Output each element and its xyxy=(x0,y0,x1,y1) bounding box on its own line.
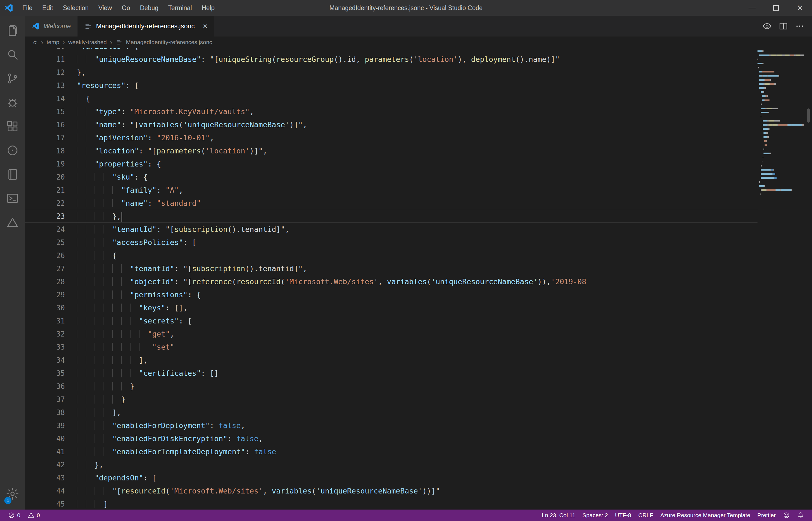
activity-item-source-control[interactable] xyxy=(0,67,25,90)
status-cursor-position[interactable]: Ln 23, Col 11 xyxy=(538,509,579,521)
activity-item-book[interactable] xyxy=(0,162,25,186)
code-line-34[interactable]: 34 ], xyxy=(25,354,758,367)
line-number: 35 xyxy=(25,367,77,380)
minimap[interactable] xyxy=(758,48,804,509)
scrollbar-thumb[interactable] xyxy=(807,109,810,122)
activity-bar: 1 xyxy=(0,16,25,509)
code-line-40[interactable]: 40 "enabledForDiskEncryption": false, xyxy=(25,432,758,445)
breadcrumb[interactable]: c:›temp›weekly-trashed›ManagedIdentity-r… xyxy=(25,37,812,48)
activity-item-extensions[interactable] xyxy=(0,114,25,138)
menu-debug[interactable]: Debug xyxy=(135,0,163,16)
tab-welcome[interactable]: Welcome xyxy=(25,16,78,37)
preview-icon[interactable] xyxy=(762,22,772,31)
code-line-15[interactable]: 15 "type": "Microsoft.KeyVault/vaults", xyxy=(25,105,758,118)
code-line-22[interactable]: 22 "name": "standard" xyxy=(25,197,758,210)
code-line-42[interactable]: 42 }, xyxy=(25,458,758,471)
code-line-17[interactable]: 17 "apiVersion": "2016-10-01", xyxy=(25,131,758,144)
code-line-29[interactable]: 29 "permissions": { xyxy=(25,288,758,301)
more-actions-icon[interactable] xyxy=(795,22,804,31)
status-indentation[interactable]: Spaces: 2 xyxy=(579,509,611,521)
breadcrumb-item[interactable]: ManagedIdentity-references.jsonc xyxy=(126,39,212,46)
status-formatter[interactable]: Prettier xyxy=(754,509,779,521)
code-line-38[interactable]: 38 ], xyxy=(25,406,758,419)
menu-go[interactable]: Go xyxy=(117,0,135,16)
code-line-20[interactable]: 20 "sku": { xyxy=(25,171,758,184)
status-feedback[interactable] xyxy=(779,509,793,521)
minimap-line xyxy=(758,184,804,188)
code-line-19[interactable]: 19 "properties": { xyxy=(25,158,758,171)
code-line-36[interactable]: 36 } xyxy=(25,380,758,393)
status-encoding[interactable]: UTF-8 xyxy=(611,509,635,521)
status-notifications[interactable] xyxy=(793,509,808,521)
code-line-27[interactable]: 27 "tenantId": "[subscription().tenantid… xyxy=(25,262,758,275)
menu-selection[interactable]: Selection xyxy=(58,0,94,16)
code-line-33[interactable]: 33 "set" xyxy=(25,341,758,354)
activity-item-explorer[interactable] xyxy=(0,19,25,43)
code-line-43[interactable]: 43 "dependsOn": [ xyxy=(25,471,758,484)
code-line-12[interactable]: 12}, xyxy=(25,66,758,79)
code-line-18[interactable]: 18 "location": "[parameters('location')]… xyxy=(25,144,758,158)
scrollbar[interactable] xyxy=(804,48,812,509)
close-window-button[interactable]: × xyxy=(788,0,812,16)
status-eol-sequence[interactable]: CRLF xyxy=(635,509,657,521)
line-content: "properties": { xyxy=(77,158,758,171)
line-number: 42 xyxy=(25,458,77,471)
status-label: Azure Resource Manager Template xyxy=(660,512,750,519)
menu-help[interactable]: Help xyxy=(197,0,219,16)
menu-file[interactable]: File xyxy=(18,0,37,16)
split-editor-icon[interactable] xyxy=(779,22,788,31)
tab-managedidentity-references-jsonc[interactable]: ManagedIdentity-references.jsonc× xyxy=(78,16,215,37)
code-line-37[interactable]: 37 } xyxy=(25,393,758,406)
minimize-button[interactable] xyxy=(740,0,764,16)
line-number: 19 xyxy=(25,158,77,171)
breadcrumb-item[interactable]: temp xyxy=(47,39,60,46)
menu-terminal[interactable]: Terminal xyxy=(163,0,197,16)
activity-item-terminal[interactable] xyxy=(0,186,25,210)
code-line-10[interactable]: 10"variables": { xyxy=(25,48,758,53)
code-line-21[interactable]: 21 "family": "A", xyxy=(25,184,758,197)
tabs-container: WelcomeManagedIdentity-references.jsonc× xyxy=(25,16,215,37)
activity-item-debug[interactable] xyxy=(0,90,25,114)
code-line-41[interactable]: 41 "enabledForTemplateDeployment": false xyxy=(25,445,758,458)
code-line-23[interactable]: 23 }, xyxy=(25,210,758,223)
close-tab-icon[interactable]: × xyxy=(203,22,208,31)
minimap-line xyxy=(758,73,804,78)
code-line-31[interactable]: 31 "secrets": [ xyxy=(25,314,758,327)
code-line-14[interactable]: 14 { xyxy=(25,92,758,105)
code-line-32[interactable]: 32 "get", xyxy=(25,327,758,341)
line-content: } xyxy=(77,393,758,406)
code-line-26[interactable]: 26 { xyxy=(25,249,758,262)
code-line-35[interactable]: 35 "certificates": [] xyxy=(25,367,758,380)
code-line-24[interactable]: 24 "tenantId": "[subscription().tenantid… xyxy=(25,223,758,236)
activity-item-circle[interactable] xyxy=(0,138,25,162)
line-number: 32 xyxy=(25,327,77,341)
activity-item-search[interactable] xyxy=(0,43,25,67)
code-line-44[interactable]: 44 "[resourceId('Microsoft.Web/sites', v… xyxy=(25,484,758,498)
code-editor[interactable]: 10"variables": {11 "uniqueResourceNameBa… xyxy=(25,48,758,509)
tab-bar: WelcomeManagedIdentity-references.jsonc× xyxy=(25,16,812,37)
status-language-mode[interactable]: Azure Resource Manager Template xyxy=(657,509,754,521)
code-line-25[interactable]: 25 "accessPolicies": [ xyxy=(25,236,758,249)
code-line-30[interactable]: 30 "keys": [], xyxy=(25,301,758,314)
status-problems-errors[interactable]: 0 xyxy=(4,509,24,521)
status-problems-warnings[interactable]: 0 xyxy=(24,509,44,521)
activity-item-triangle[interactable] xyxy=(0,210,25,234)
maximize-button[interactable] xyxy=(764,0,788,16)
code-line-16[interactable]: 16 "name": "[variables('uniqueResourceNa… xyxy=(25,118,758,131)
code-line-13[interactable]: 13"resources": [ xyxy=(25,79,758,92)
book-icon xyxy=(6,168,19,181)
code-line-45[interactable]: 45 ] xyxy=(25,498,758,509)
breadcrumb-item[interactable]: weekly-trashed xyxy=(68,39,107,46)
line-number: 25 xyxy=(25,236,77,249)
line-content: "name": "[variables('uniqueResourceNameB… xyxy=(77,118,758,131)
settings-button[interactable]: 1 xyxy=(0,482,25,506)
menu-view[interactable]: View xyxy=(93,0,117,16)
code-line-11[interactable]: 11 "uniqueResourceNameBase": "[uniqueStr… xyxy=(25,53,758,66)
status-bar-right: Ln 23, Col 11Spaces: 2UTF-8CRLFAzure Res… xyxy=(538,509,808,521)
vscode-logo-icon xyxy=(0,3,18,13)
minimap-line xyxy=(758,118,804,122)
breadcrumb-item[interactable]: c: xyxy=(33,39,38,46)
menu-edit[interactable]: Edit xyxy=(37,0,58,16)
code-line-39[interactable]: 39 "enabledForDeployment": false, xyxy=(25,419,758,432)
code-line-28[interactable]: 28 "objectId": "[reference(resourceId('M… xyxy=(25,275,758,288)
